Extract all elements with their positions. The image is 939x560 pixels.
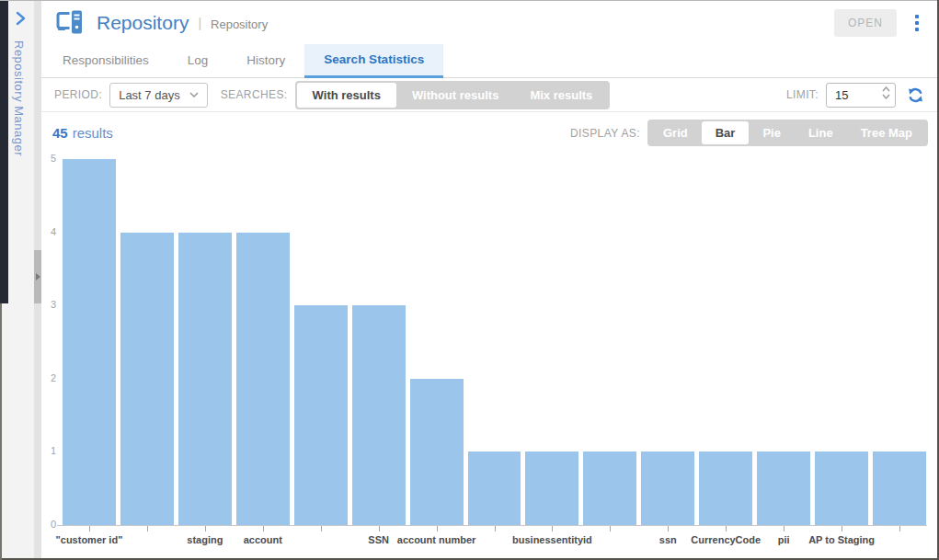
tab-bar: Responsibilities Log History Search Stat… xyxy=(41,44,937,78)
period-label: PERIOD: xyxy=(54,88,102,101)
x-axis-tick xyxy=(899,526,900,531)
x-axis-label: AP to Staging xyxy=(808,534,875,545)
x-axis-tick xyxy=(610,526,611,531)
x-axis-label: pii xyxy=(778,534,790,545)
tab-responsibilities[interactable]: Responsibilities xyxy=(43,44,168,78)
refresh-button[interactable] xyxy=(907,86,924,104)
spinner-up-icon[interactable] xyxy=(882,86,890,92)
x-axis-tick xyxy=(147,526,148,531)
results-count: 45 xyxy=(52,125,68,141)
expand-panel-chevron-icon[interactable] xyxy=(13,11,28,29)
limit-spinner[interactable] xyxy=(882,86,890,99)
x-axis-label: "customer id" xyxy=(56,534,123,545)
x-axis-tick xyxy=(784,526,784,531)
chart-bar-10[interactable] xyxy=(641,451,694,525)
x-axis-tick xyxy=(437,526,438,531)
chart-bar-6[interactable] xyxy=(410,379,464,525)
sidebar-vertical-title[interactable]: Repository Manager xyxy=(12,40,26,156)
page-title: Repository xyxy=(97,12,189,34)
filter-bar: PERIOD: Last 7 days SEARCHES: With resul… xyxy=(41,78,937,112)
title-separator: | xyxy=(198,16,201,30)
y-axis-label: 1 xyxy=(41,445,56,456)
chart-bar-7[interactable] xyxy=(468,451,521,525)
app-window: Repository Manager Repository | Reposito… xyxy=(0,0,939,560)
chart-bar-8[interactable] xyxy=(525,451,578,525)
searches-option-without-results[interactable]: Without results xyxy=(396,83,515,108)
display-option-line[interactable]: Line xyxy=(795,121,847,144)
tab-search-statistics[interactable]: Search Statistics xyxy=(304,44,443,78)
display-option-grid[interactable]: Grid xyxy=(649,121,702,144)
chart-bar-12[interactable] xyxy=(757,451,810,525)
chart-bar-11[interactable] xyxy=(699,451,752,525)
chart-bar-0[interactable] xyxy=(63,159,116,525)
display-option-bar[interactable]: Bar xyxy=(702,121,750,144)
searches-segmented-control: With results Without results Mix results xyxy=(295,81,611,109)
x-axis-label: staging xyxy=(187,534,223,545)
spinner-down-icon[interactable] xyxy=(882,94,890,99)
results-count-suffix: results xyxy=(73,125,113,141)
chevron-down-icon xyxy=(189,92,199,97)
chart-bar-3[interactable] xyxy=(236,233,290,525)
x-axis-tick xyxy=(842,526,842,531)
chart-bar-5[interactable] xyxy=(352,305,406,525)
chart-bar-13[interactable] xyxy=(815,451,868,525)
searches-option-mix-results[interactable]: Mix results xyxy=(514,83,608,108)
splitter-arrow-icon xyxy=(36,273,40,280)
search-statistics-content: 45 results DISPLAY AS: Grid Bar Pie Line… xyxy=(41,112,937,558)
main-panel: Repository | Repository OPEN Responsibil… xyxy=(41,1,937,558)
header: Repository | Repository OPEN xyxy=(41,1,937,44)
y-axis-label: 3 xyxy=(41,299,56,310)
results-row: 45 results DISPLAY AS: Grid Bar Pie Line… xyxy=(52,120,928,146)
chart-bar-14[interactable] xyxy=(873,451,926,525)
dock-edge-strip xyxy=(0,0,8,303)
y-axis-label: 0 xyxy=(41,519,56,530)
tab-log[interactable]: Log xyxy=(168,44,228,78)
collapsed-sidebar-panel[interactable]: Repository Manager xyxy=(0,0,34,558)
repository-icon xyxy=(56,9,86,37)
x-axis-tick xyxy=(321,526,322,531)
display-option-tree-map[interactable]: Tree Map xyxy=(847,121,926,144)
x-axis-tick xyxy=(379,526,380,531)
x-axis-tick xyxy=(668,526,669,531)
searches-label: SEARCHES: xyxy=(221,88,288,101)
display-as-label: DISPLAY AS: xyxy=(570,127,640,140)
x-axis-tick xyxy=(89,526,90,531)
x-axis-line xyxy=(57,525,927,526)
x-axis-tick xyxy=(263,526,264,531)
searches-option-with-results[interactable]: With results xyxy=(297,83,396,108)
x-axis-label: account xyxy=(244,534,282,545)
x-axis-label: CurrencyCode xyxy=(691,534,761,545)
y-axis-label: 4 xyxy=(41,226,56,237)
splitter-handle[interactable] xyxy=(34,250,41,303)
panel-splitter[interactable] xyxy=(34,1,41,558)
x-axis-tick xyxy=(205,526,206,531)
y-axis-label: 2 xyxy=(41,372,56,383)
chart-bar-4[interactable] xyxy=(294,305,348,525)
x-axis-label: businessentityid xyxy=(512,534,592,545)
chart-bar-1[interactable] xyxy=(120,233,174,525)
chart-bar-2[interactable] xyxy=(178,233,232,525)
y-axis-label: 5 xyxy=(41,153,56,164)
x-axis-label: SSN xyxy=(368,534,389,545)
display-option-pie[interactable]: Pie xyxy=(749,121,795,144)
period-select[interactable]: Last 7 days xyxy=(109,83,208,108)
tab-history[interactable]: History xyxy=(227,44,304,78)
chart-bar-9[interactable] xyxy=(583,451,636,525)
x-axis-label: account number xyxy=(397,534,476,545)
page-subtitle: Repository xyxy=(211,15,268,31)
refresh-icon xyxy=(907,86,924,104)
limit-label: LIMIT: xyxy=(786,88,819,101)
period-select-value: Last 7 days xyxy=(119,88,180,102)
open-button[interactable]: OPEN xyxy=(834,9,897,37)
x-axis-tick xyxy=(552,526,553,531)
kebab-menu-icon[interactable] xyxy=(911,13,922,33)
display-as-segmented-control: Grid Bar Pie Line Tree Map xyxy=(647,120,928,146)
x-axis-tick xyxy=(495,526,496,531)
x-axis-label: ssn xyxy=(659,534,677,545)
x-axis-tick xyxy=(726,526,727,531)
